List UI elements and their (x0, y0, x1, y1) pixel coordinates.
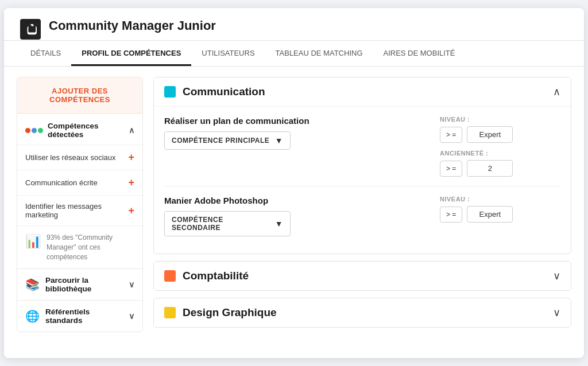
category-comptabilite: Comptabilité ∨ (153, 261, 571, 291)
niveau-controls-2: > = Expert (440, 206, 560, 223)
tab-profil[interactable]: PROFIL DE COMPÉTENCES (71, 41, 191, 66)
operator-button-1[interactable]: > = (440, 127, 462, 143)
library-label: Parcourir la bibliothèque (45, 276, 123, 293)
skill-type-label-1: COMPÉTENCE PRINCIPALE (172, 137, 269, 145)
category-teal-icon (164, 86, 176, 98)
skill-type-dropdown-1[interactable]: COMPÉTENCE PRINCIPALE ▼ (164, 131, 291, 150)
skill-name-2: Manier Adobe Photoshop (164, 196, 424, 205)
competence-item-3: Identifier les messages marketing + (17, 195, 142, 225)
bar-chart-icon: 📊 (25, 234, 41, 249)
category-design: Design Graphique ∨ (153, 298, 571, 328)
niveau-label-2: NIVEAU : (440, 196, 560, 203)
referentiels-section[interactable]: 🌐 Référentiels standards ∨ (17, 300, 142, 332)
skill-name-1: Réaliser un plan de communication (164, 116, 424, 126)
header: Community Manager Junior (4, 8, 584, 41)
competence-item-1: Utiliser les réseaux sociaux + (17, 145, 142, 170)
library-chevron-icon: ∨ (129, 280, 134, 289)
anciennete-label-1: ANCIENNETÉ : (440, 150, 560, 157)
skill-type-label-2: COMPÉTENCE SECONDAIRE (172, 216, 270, 232)
category-communication-body: Réaliser un plan de communication COMPÉT… (154, 106, 571, 254)
main-window: Community Manager Junior DÉTAILS PROFIL … (4, 8, 584, 358)
right-panel: Communication ∧ Réaliser un plan de comm… (153, 77, 571, 332)
dropdown-arrow-icon-1: ▼ (275, 136, 283, 145)
category-comptabilite-header[interactable]: Comptabilité ∨ (154, 262, 571, 290)
referentiels-chevron-icon: ∨ (129, 312, 134, 321)
operator-button-2[interactable]: > = (440, 207, 462, 223)
referentiels-label: Référentiels standards (45, 307, 123, 325)
anciennete-value-1: 2 (467, 160, 513, 177)
skill-type-dropdown-2[interactable]: COMPÉTENCE SECONDAIRE ▼ (164, 211, 291, 236)
tab-details[interactable]: DÉTAILS (20, 41, 71, 66)
tab-tableau[interactable]: TABLEAU DE MATCHING (265, 41, 373, 66)
tab-utilisateurs[interactable]: UTILISATEURS (191, 41, 265, 66)
globe-icon: 🌐 (25, 309, 40, 323)
category-yellow-icon (164, 307, 176, 318)
category-communication-header[interactable]: Communication ∧ (154, 77, 571, 106)
detected-label: Compétences détectées (48, 122, 124, 139)
add-competence-2-button[interactable]: + (128, 177, 134, 189)
competence-label-1: Utiliser les réseaux sociaux (25, 153, 116, 162)
body: AJOUTER DES COMPÉTENCES Compétences déte… (4, 67, 584, 342)
dot-blue (32, 128, 37, 133)
library-icon: 📚 (25, 278, 40, 291)
library-section[interactable]: 📚 Parcourir la bibliothèque ∨ (17, 268, 142, 300)
add-competences-button[interactable]: AJOUTER DES COMPÉTENCES (17, 77, 142, 114)
skill-row-photoshop: Manier Adobe Photoshop COMPÉTENCE SECOND… (164, 186, 560, 246)
niveau-value-2: Expert (467, 206, 513, 223)
stats-text: 93% des "Community Manager" ont ces comp… (47, 233, 134, 262)
detected-chevron-icon: ∧ (129, 126, 134, 135)
category-communication-title: Communication (183, 85, 546, 98)
dot-red (25, 128, 30, 133)
add-competence-3-button[interactable]: + (128, 205, 134, 217)
colored-dots-icon (25, 128, 43, 133)
anciennete-controls-1: > = 2 (440, 160, 560, 177)
skill-row-communication-plan: Réaliser un plan de communication COMPÉT… (164, 107, 560, 186)
category-design-title: Design Graphique (183, 306, 546, 319)
competence-item-2: Communication écrite + (17, 170, 142, 195)
stats-block: 📊 93% des "Community Manager" ont ces co… (17, 225, 142, 268)
category-comptabilite-title: Comptabilité (183, 270, 546, 282)
dot-green (38, 128, 43, 133)
briefcase-icon (20, 19, 41, 40)
skill-right-2: NIVEAU : > = Expert (434, 196, 560, 229)
niveau-value-1: Expert (467, 126, 513, 143)
niveau-label-1: NIVEAU : (440, 116, 560, 123)
skill-right-1: NIVEAU : > = Expert ANCIENNETÉ : > = 2 (434, 116, 560, 177)
skill-left-2: Manier Adobe Photoshop COMPÉTENCE SECOND… (164, 196, 434, 236)
dropdown-arrow-icon-2: ▼ (275, 219, 283, 228)
competence-label-2: Communication écrite (25, 178, 98, 187)
page-title: Community Manager Junior (49, 18, 568, 40)
add-competence-1-button[interactable]: + (128, 151, 134, 163)
niveau-controls-1: > = Expert (440, 126, 560, 143)
anciennete-operator-button-1[interactable]: > = (440, 161, 462, 177)
competence-label-3: Identifier les messages marketing (25, 202, 128, 219)
category-design-chevron-icon: ∨ (553, 306, 560, 319)
tab-bar: DÉTAILS PROFIL DE COMPÉTENCES UTILISATEU… (4, 41, 584, 67)
category-orange-icon (164, 270, 176, 282)
category-design-header[interactable]: Design Graphique ∨ (154, 298, 571, 327)
category-communication-chevron-icon: ∧ (553, 85, 560, 98)
skill-left-1: Réaliser un plan de communication COMPÉT… (164, 116, 434, 150)
category-comptabilite-chevron-icon: ∨ (553, 270, 560, 282)
detected-header[interactable]: Compétences détectées ∧ (17, 114, 142, 145)
tab-aires[interactable]: AIRES DE MOBILITÉ (373, 41, 466, 66)
left-panel: AJOUTER DES COMPÉTENCES Compétences déte… (17, 77, 143, 332)
category-communication: Communication ∧ Réaliser un plan de comm… (153, 77, 571, 254)
left-section: Compétences détectées ∧ Utiliser les rés… (17, 114, 142, 332)
